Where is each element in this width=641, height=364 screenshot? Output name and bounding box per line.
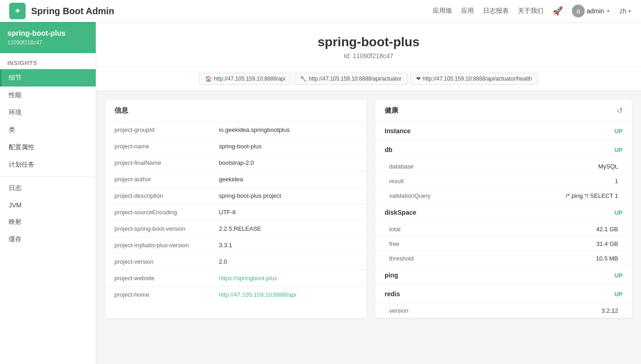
- sidebar-header: spring-boot-plus 11090f218c47: [0, 22, 96, 53]
- status-badge: UP: [614, 147, 623, 153]
- health-panel: 健康 ↺ InstanceUPdbUPdatabaseMySQLresult1v…: [375, 100, 632, 318]
- health-section-name: redis: [385, 290, 400, 298]
- info-key: project-author: [105, 171, 210, 188]
- info-key: project-version: [105, 254, 210, 270]
- nav-link-log-report[interactable]: 日志报表: [483, 7, 509, 15]
- user-name: admin: [587, 7, 604, 15]
- main-content: spring-boot-plus Id: 11090f218c47 🏠 http…: [96, 22, 641, 364]
- info-key: project-home: [105, 287, 210, 303]
- health-row-value: /* ping */ SELECT 1: [566, 192, 618, 199]
- url-actuator-text: http://47.105.159.10:8888/api/actuator: [309, 76, 402, 82]
- health-panel-header: 健康 ↺: [375, 100, 632, 122]
- refresh-icon[interactable]: ↺: [617, 106, 623, 115]
- app-title: Spring Boot Admin: [31, 6, 114, 16]
- table-row: project-groupIdio.geekidea.springbootplu…: [105, 122, 366, 138]
- table-row: project-authorgeekidea: [105, 171, 366, 188]
- language-selector[interactable]: zh ▼: [619, 7, 632, 15]
- sidebar-item-environment[interactable]: 环境: [0, 104, 96, 121]
- health-row: total42.1 GB: [375, 222, 632, 236]
- sidebar-item-scheduled-tasks[interactable]: 计划任务: [0, 156, 96, 174]
- info-value: 2.0: [210, 254, 366, 270]
- nav-link-applications-wall[interactable]: 应用墙: [433, 7, 452, 15]
- health-row-value: 3.2.12: [602, 307, 618, 314]
- info-table: project-groupIdio.geekidea.springbootplu…: [105, 122, 366, 303]
- page-subtitle: Id: 11090f218c47: [105, 52, 632, 60]
- info-value[interactable]: https://springboot.plus: [210, 270, 366, 287]
- sidebar-item-details[interactable]: 细节: [0, 69, 96, 87]
- health-row-value: 10.5 MB: [596, 255, 618, 262]
- health-row: validationQuery/* ping */ SELECT 1: [375, 188, 632, 203]
- table-row: project-namespring-boot-plus: [105, 138, 366, 155]
- sidebar-divider: [0, 176, 96, 177]
- page-header: spring-boot-plus Id: 11090f218c47: [96, 22, 641, 67]
- health-row-label: database: [389, 163, 414, 170]
- health-row-label: free: [389, 240, 399, 247]
- health-row-label: result: [389, 178, 404, 185]
- table-row: project-homehttp://47.105.159.10:8888/ap…: [105, 287, 366, 303]
- health-section: redisUPversion3.2.12: [375, 285, 632, 318]
- nav-link-about[interactable]: 关于我们: [518, 7, 543, 15]
- sidebar-item-config-props[interactable]: 配置属性: [0, 139, 96, 156]
- health-section-header: diskSpaceUP: [375, 203, 632, 222]
- logo-icon: ✦: [9, 3, 26, 19]
- sidebar-item-performance[interactable]: 性能: [0, 87, 96, 104]
- health-section-name: db: [385, 146, 392, 153]
- status-badge: UP: [614, 272, 623, 279]
- health-row-value: 31.4 GB: [596, 240, 618, 247]
- lang-chevron-icon: ▼: [627, 9, 632, 14]
- info-value: 2.2.5.RELEASE: [210, 221, 366, 237]
- health-section-header: pingUP: [375, 266, 632, 284]
- info-value: spring-boot-plus: [210, 138, 366, 155]
- user-menu[interactable]: a admin ▼: [572, 5, 610, 17]
- health-section: InstanceUP: [375, 122, 632, 141]
- nav-link-applications[interactable]: 应用: [461, 7, 474, 15]
- sidebar-item-logs[interactable]: 日志: [0, 179, 96, 197]
- info-value: bootstrap-2.0: [210, 155, 366, 171]
- nav-brand: ✦ Spring Boot Admin: [9, 3, 114, 19]
- health-row: databaseMySQL: [375, 159, 632, 174]
- rocket-icon: 🚀: [553, 6, 563, 16]
- sidebar-item-classes[interactable]: 类: [0, 121, 96, 139]
- health-row-label: threshold: [389, 255, 413, 262]
- table-row: project-version2.0: [105, 254, 366, 270]
- health-section-name: diskSpace: [385, 209, 416, 216]
- sidebar-item-jvm[interactable]: JVM: [0, 197, 96, 213]
- info-key: project-description: [105, 188, 210, 204]
- sidebar: spring-boot-plus 11090f218c47 Insights 细…: [0, 22, 96, 364]
- main-layout: spring-boot-plus 11090f218c47 Insights 细…: [0, 22, 641, 364]
- content-area: 信息 project-groupIdio.geekidea.springboot…: [96, 91, 641, 327]
- health-row: free31.4 GB: [375, 236, 632, 251]
- health-row-label: validationQuery: [389, 192, 430, 199]
- health-section: dbUPdatabaseMySQLresult1validationQuery/…: [375, 141, 632, 203]
- heart-icon: ❤: [416, 76, 421, 82]
- url-health-text: http://47.105.159.10:8888/api/actuator/h…: [423, 76, 532, 82]
- health-section-header: redisUP: [375, 285, 632, 303]
- info-value: 3.3.1: [210, 237, 366, 254]
- health-row: result1: [375, 174, 632, 188]
- info-value[interactable]: http://47.105.159.10:8888/api: [210, 287, 366, 303]
- info-panel-title: 信息: [105, 100, 366, 122]
- health-row-value: 1: [615, 178, 618, 185]
- table-row: project-finalNamebootstrap-2.0: [105, 155, 366, 171]
- url-badge-api[interactable]: 🏠 http://47.105.159.10:8888/api: [199, 73, 291, 85]
- url-badge-health[interactable]: ❤ http://47.105.159.10:8888/api/actuator…: [410, 73, 538, 85]
- sidebar-item-cache[interactable]: 缓存: [0, 231, 96, 248]
- url-badge-actuator[interactable]: 🔧 http://47.105.159.10:8888/api/actuator: [294, 73, 407, 85]
- info-value: io.geekidea.springbootplus: [210, 122, 366, 138]
- info-key: project-name: [105, 138, 210, 155]
- info-value: UTF-8: [210, 204, 366, 221]
- info-panel: 信息 project-groupIdio.geekidea.springboot…: [105, 100, 366, 318]
- info-value: spring-boot-plus project: [210, 188, 366, 204]
- page-title: spring-boot-plus: [105, 35, 632, 49]
- sidebar-item-mappings[interactable]: 映射: [0, 213, 96, 231]
- status-badge: UP: [614, 209, 623, 216]
- health-section-header: dbUP: [375, 141, 632, 159]
- health-section-header: InstanceUP: [375, 122, 632, 140]
- info-key: project-website: [105, 270, 210, 287]
- home-icon: 🏠: [205, 76, 212, 82]
- table-row: project-spring-boot-version2.2.5.RELEASE: [105, 221, 366, 237]
- table-row: project-descriptionspring-boot-plus proj…: [105, 188, 366, 204]
- health-section-name: Instance: [385, 127, 411, 135]
- chevron-down-icon: ▼: [606, 9, 610, 14]
- info-key: project-mybatis-plus-version: [105, 237, 210, 254]
